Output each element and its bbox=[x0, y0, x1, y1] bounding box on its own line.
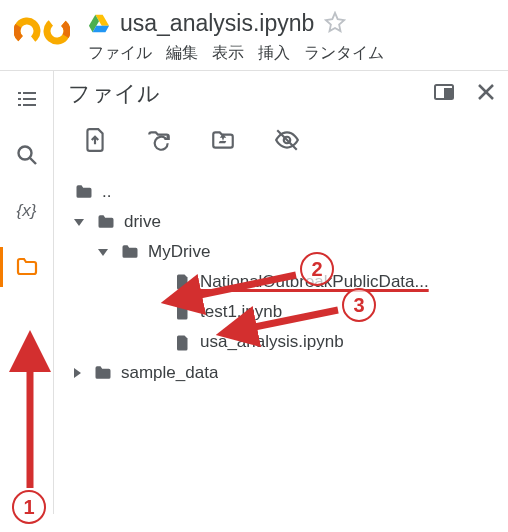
tree-drive-row[interactable]: drive bbox=[68, 207, 498, 237]
svg-rect-9 bbox=[23, 104, 36, 106]
menu-bar: ファイル 編集 表示 挿入 ランタイム bbox=[88, 43, 494, 64]
annotation-1: 1 bbox=[12, 490, 46, 524]
tree-sample-row[interactable]: sample_data bbox=[68, 358, 498, 388]
tree-file1-row[interactable]: NationalOutbreakPublicData... bbox=[68, 267, 498, 297]
refresh-folder-icon[interactable] bbox=[146, 127, 172, 157]
annotation-3: 3 bbox=[342, 288, 376, 322]
svg-rect-6 bbox=[18, 98, 21, 100]
files-panel: ファイル .. drive bbox=[54, 71, 508, 514]
svg-point-10 bbox=[18, 147, 31, 160]
variables-icon[interactable]: {x} bbox=[13, 197, 41, 225]
panel-title: ファイル bbox=[68, 79, 160, 109]
menu-insert[interactable]: 挿入 bbox=[258, 43, 290, 64]
annotation-2: 2 bbox=[300, 252, 334, 286]
svg-rect-4 bbox=[18, 92, 21, 94]
folder-icon bbox=[74, 182, 94, 202]
document-title[interactable]: usa_analysis.ipynb bbox=[120, 10, 314, 37]
tree-parent-row[interactable]: .. bbox=[68, 177, 498, 207]
tree-file3-label: usa_analysis.ipynb bbox=[200, 331, 344, 353]
files-icon[interactable] bbox=[13, 253, 41, 281]
tree-file2-row[interactable]: test1.ipynb bbox=[68, 297, 498, 327]
chevron-down-icon[interactable] bbox=[74, 219, 84, 226]
menu-view[interactable]: 表示 bbox=[212, 43, 244, 64]
chevron-right-icon[interactable] bbox=[74, 368, 81, 378]
tree-sample-label: sample_data bbox=[121, 362, 218, 384]
svg-rect-7 bbox=[23, 98, 36, 100]
svg-rect-13 bbox=[445, 89, 451, 97]
menu-file[interactable]: ファイル bbox=[88, 43, 152, 64]
folder-icon bbox=[93, 363, 113, 383]
app-header: usa_analysis.ipynb ファイル 編集 表示 挿入 ランタイム bbox=[0, 0, 508, 70]
svg-line-11 bbox=[30, 158, 36, 164]
upload-icon[interactable] bbox=[82, 127, 108, 157]
main-area: {x} ファイル .. drive bbox=[0, 70, 508, 514]
folder-icon bbox=[120, 242, 140, 262]
toc-icon[interactable] bbox=[13, 85, 41, 113]
left-rail: {x} bbox=[0, 71, 54, 514]
search-icon[interactable] bbox=[13, 141, 41, 169]
tree-mydrive-label: MyDrive bbox=[148, 241, 210, 263]
svg-rect-8 bbox=[18, 104, 21, 106]
tree-file3-row[interactable]: usa_analysis.ipynb bbox=[68, 327, 498, 357]
svg-rect-5 bbox=[23, 92, 36, 94]
star-icon[interactable] bbox=[324, 11, 346, 37]
menu-runtime[interactable]: ランタイム bbox=[304, 43, 384, 64]
menu-edit[interactable]: 編集 bbox=[166, 43, 198, 64]
files-toolbar bbox=[68, 117, 498, 171]
drive-logo-icon bbox=[88, 13, 110, 35]
close-icon[interactable] bbox=[474, 80, 498, 108]
file-icon bbox=[174, 334, 192, 352]
open-window-icon[interactable] bbox=[432, 80, 456, 108]
tree-mydrive-row[interactable]: MyDrive bbox=[68, 237, 498, 267]
tree-file2-label: test1.ipynb bbox=[200, 301, 282, 323]
colab-logo-icon bbox=[14, 14, 70, 48]
folder-icon bbox=[96, 212, 116, 232]
file-icon bbox=[174, 273, 192, 291]
file-icon bbox=[174, 303, 192, 321]
file-tree: .. drive MyDrive NationalOutbreakPublicD… bbox=[68, 177, 498, 388]
tree-parent-label: .. bbox=[102, 181, 111, 203]
chevron-down-icon[interactable] bbox=[98, 249, 108, 256]
tree-drive-label: drive bbox=[124, 211, 161, 233]
mount-drive-icon[interactable] bbox=[210, 127, 236, 157]
toggle-hidden-icon[interactable] bbox=[274, 127, 300, 157]
